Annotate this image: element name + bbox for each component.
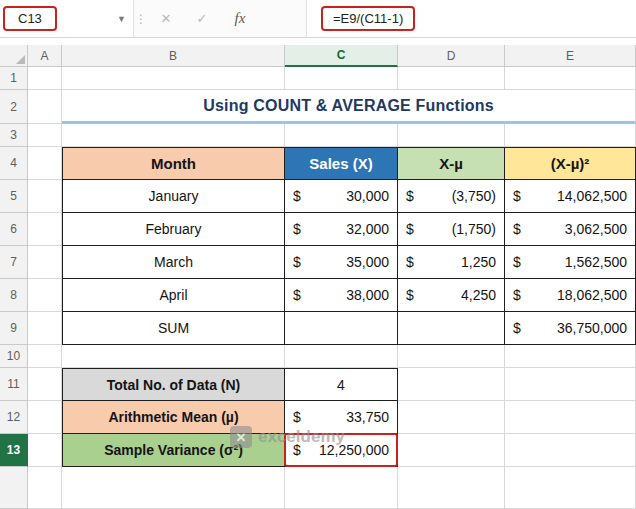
cell-month[interactable]: February [62, 213, 285, 246]
insert-function-button[interactable]: fx [220, 0, 260, 37]
cell-A11[interactable] [28, 368, 62, 401]
cell-A3[interactable] [28, 124, 62, 147]
cell-month[interactable]: January [62, 180, 285, 213]
cell-A13[interactable] [28, 434, 62, 467]
cell-squared-deviation[interactable]: $ 1,562,500 [505, 246, 636, 279]
name-box[interactable]: C13 [0, 0, 134, 37]
cell-deviation[interactable]: $ 4,250 [398, 279, 505, 312]
column-header-A[interactable]: A [28, 45, 62, 67]
cell-D14[interactable] [398, 467, 505, 509]
row-header-13[interactable]: 13 [0, 434, 28, 467]
cell-E1[interactable] [505, 67, 636, 90]
sheet-title-cell[interactable]: Using COUNT & AVERAGE Functions [62, 90, 636, 124]
table-header-deviation[interactable]: X-µ [398, 147, 505, 180]
cell-D13[interactable] [398, 434, 505, 467]
cell-sum-squared-deviation[interactable]: $ 36,750,000 [505, 312, 636, 345]
cell-A10[interactable] [28, 345, 62, 368]
cell-C1[interactable] [285, 67, 398, 90]
cell-A5[interactable] [28, 180, 62, 213]
currency-symbol: $ [406, 188, 414, 204]
row-header-1[interactable]: 1 [0, 67, 28, 90]
cell-B10[interactable] [62, 345, 285, 368]
cell-A2[interactable] [28, 90, 62, 124]
cell-sum-label[interactable]: SUM [62, 312, 285, 345]
cell-E14[interactable] [505, 467, 636, 509]
cell-E13[interactable] [505, 434, 636, 467]
select-all-corner[interactable] [0, 45, 28, 67]
summary-n-value[interactable]: 4 [285, 368, 398, 401]
column-header-E[interactable]: E [505, 45, 636, 67]
cell-D9[interactable] [398, 312, 505, 345]
cell-B14[interactable] [62, 467, 285, 509]
table-header-month[interactable]: Month [62, 147, 285, 180]
cell-C10[interactable] [285, 345, 398, 368]
cell-deviation[interactable]: $ (1,750) [398, 213, 505, 246]
formula-input[interactable]: =E9/(C11-1) [306, 0, 636, 37]
cell-C3[interactable] [285, 124, 398, 147]
cell-C14[interactable] [285, 467, 398, 509]
cell-value: 12,250,000 [319, 442, 389, 458]
cell-A9[interactable] [28, 312, 62, 345]
cell-deviation[interactable]: $ 1,250 [398, 246, 505, 279]
row-header-6[interactable]: 6 [0, 213, 28, 246]
cell-month[interactable]: April [62, 279, 285, 312]
cell-month[interactable]: March [62, 246, 285, 279]
cell-E12[interactable] [505, 401, 636, 434]
cell-A7[interactable] [28, 246, 62, 279]
cell-sales[interactable]: $ 30,000 [285, 180, 398, 213]
summary-variance-value-active-cell[interactable]: $ 12,250,000 [285, 434, 398, 467]
cell-E11[interactable] [505, 368, 636, 401]
cancel-button[interactable]: ✕ [148, 0, 184, 37]
cell-D10[interactable] [398, 345, 505, 368]
row-header-3[interactable]: 3 [0, 124, 28, 147]
excel-window: C13 ✕ ✓ fx =E9/(C11-1) A B C D E 1 [0, 0, 636, 509]
column-header-B[interactable]: B [62, 45, 285, 67]
row-header-12[interactable]: 12 [0, 401, 28, 434]
cell-E3[interactable] [505, 124, 636, 147]
summary-mean-label[interactable]: Arithmetic Mean (µ) [62, 401, 285, 434]
column-header-D[interactable]: D [398, 45, 505, 67]
row-header-7[interactable]: 7 [0, 246, 28, 279]
row-header-2[interactable]: 2 [0, 90, 28, 124]
summary-n-label[interactable]: Total No. of Data (N) [62, 368, 285, 401]
cell-A4[interactable] [28, 147, 62, 180]
cell-squared-deviation[interactable]: $ 14,062,500 [505, 180, 636, 213]
table-header-sales[interactable]: Sales (X) [285, 147, 398, 180]
row-header-11[interactable]: 11 [0, 368, 28, 401]
cell-sales[interactable]: $ 32,000 [285, 213, 398, 246]
cell-A14[interactable] [28, 467, 62, 509]
cell-C9[interactable] [285, 312, 398, 345]
row-header-14[interactable] [0, 467, 28, 509]
row-header-5[interactable]: 5 [0, 180, 28, 213]
row-header-9[interactable]: 9 [0, 312, 28, 345]
table-header-squared-deviation[interactable]: (X-µ)² [505, 147, 636, 180]
cell-D1[interactable] [398, 67, 505, 90]
cell-sales[interactable]: $ 38,000 [285, 279, 398, 312]
cell-A6[interactable] [28, 213, 62, 246]
cell-B3[interactable] [62, 124, 285, 147]
cell-deviation[interactable]: $ (3,750) [398, 180, 505, 213]
row-header-4[interactable]: 4 [0, 147, 28, 180]
row-header-8[interactable]: 8 [0, 279, 28, 312]
currency-symbol: $ [293, 254, 301, 270]
cell-A12[interactable] [28, 401, 62, 434]
formula-bar-gap [260, 0, 306, 37]
summary-variance-label[interactable]: Sample Variance (σ²) [62, 434, 285, 467]
sheet-row-1: 1 [0, 67, 636, 90]
cell-A1[interactable] [28, 67, 62, 90]
chevron-down-icon[interactable] [117, 14, 126, 24]
cell-squared-deviation[interactable]: $ 3,062,500 [505, 213, 636, 246]
cell-D11[interactable] [398, 368, 505, 401]
row-header-10[interactable]: 10 [0, 345, 28, 368]
cell-sales[interactable]: $ 35,000 [285, 246, 398, 279]
enter-button[interactable]: ✓ [184, 0, 220, 37]
cell-value: 14,062,500 [557, 188, 627, 204]
summary-mean-value[interactable]: $ 33,750 [285, 401, 398, 434]
cell-B1[interactable] [62, 67, 285, 90]
cell-A8[interactable] [28, 279, 62, 312]
column-header-C[interactable]: C [285, 45, 398, 67]
cell-D3[interactable] [398, 124, 505, 147]
cell-E10[interactable] [505, 345, 636, 368]
cell-squared-deviation[interactable]: $ 18,062,500 [505, 279, 636, 312]
cell-D12[interactable] [398, 401, 505, 434]
